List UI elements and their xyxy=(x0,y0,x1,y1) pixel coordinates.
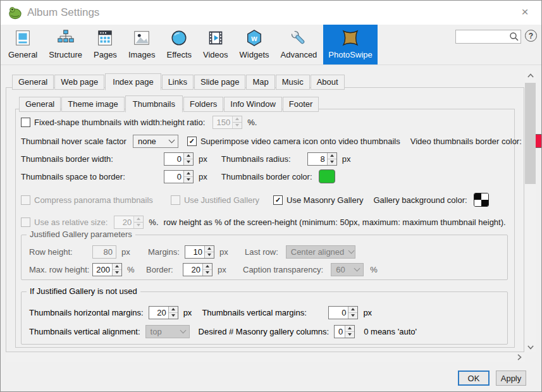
toolbar-item-label: Widgets xyxy=(240,50,269,59)
thumb-border-color-label: Thumbnails border color: xyxy=(221,172,312,181)
apply-button[interactable]: Apply xyxy=(496,371,526,386)
chevron-down-icon xyxy=(348,248,355,254)
justified-gallery-group: Justified Gallery parameters Row height:… xyxy=(21,235,508,280)
spinner-up-button[interactable] xyxy=(328,153,336,159)
spinner-down-button[interactable] xyxy=(184,176,193,183)
scroll-up-button[interactable] xyxy=(525,70,536,80)
ok-button[interactable]: OK xyxy=(458,371,490,386)
videos-icon xyxy=(205,27,226,49)
relative-size-spinner[interactable]: 20 xyxy=(114,216,144,229)
gallery-bg-color-label: Gallery background color: xyxy=(373,195,467,205)
help-button[interactable]: ? xyxy=(525,30,537,42)
tab-map[interactable]: Map xyxy=(246,75,274,90)
spinner-up-button[interactable] xyxy=(134,216,143,222)
masonry-cols-spinner[interactable]: 0 xyxy=(334,325,355,338)
spinner-down-button[interactable] xyxy=(328,159,336,165)
row-height-input[interactable]: 80 xyxy=(92,245,116,259)
gallery-bg-color-swatch[interactable] xyxy=(474,193,489,207)
close-icon[interactable] xyxy=(519,6,531,18)
toolbar-item-pages[interactable]: Pages xyxy=(89,25,122,64)
chevron-down-icon xyxy=(180,328,186,334)
vertical-scrollbar-thumb[interactable] xyxy=(525,83,536,184)
toolbar-item-general[interactable]: General xyxy=(3,25,42,64)
tab-footer[interactable]: Footer xyxy=(283,97,319,112)
tab-music[interactable]: Music xyxy=(276,75,310,90)
index-page-panel: General Theme image Thumbnails Folders I… xyxy=(6,87,524,352)
spinner-down-button[interactable] xyxy=(233,122,242,128)
spinner-up-button[interactable] xyxy=(205,246,214,252)
tab-thumbnails[interactable]: Thumbnails xyxy=(125,95,183,113)
margins-spinner[interactable]: 10 xyxy=(185,245,214,259)
last-row-select[interactable]: Center aligned xyxy=(286,245,355,259)
horizontal-scrollbar[interactable] xyxy=(6,352,525,362)
spinner-value: 0 xyxy=(164,171,183,183)
spinner-down-button[interactable] xyxy=(169,312,178,319)
toolbar-item-effects[interactable]: Effects xyxy=(162,25,197,64)
scroll-right-button[interactable] xyxy=(514,352,525,362)
border-width-unit: px xyxy=(199,154,207,164)
spinner-down-button[interactable] xyxy=(203,269,212,276)
compress-panorama-label: Compress panorama thumbnails xyxy=(34,195,153,205)
spinner-up-button[interactable] xyxy=(184,153,193,159)
toolbar-item-structure[interactable]: Structure xyxy=(44,25,87,64)
use-masonry-checkbox[interactable] xyxy=(273,195,283,205)
toolbar-item-videos[interactable]: Videos xyxy=(198,25,233,64)
chevron-up-icon xyxy=(527,73,534,78)
thumb-border-color-swatch[interactable] xyxy=(319,169,335,183)
general-icon xyxy=(12,27,34,49)
tab-index-page[interactable]: Index page xyxy=(105,73,161,90)
jg-border-spinner[interactable]: 20 xyxy=(183,263,212,276)
hover-scale-select[interactable]: none xyxy=(133,135,178,148)
h-margins-spinner[interactable]: 20 xyxy=(149,306,178,319)
toolbar-item-label: Effects xyxy=(167,50,192,59)
v-align-select[interactable]: top xyxy=(145,325,190,338)
tab-slide-page[interactable]: Slide page xyxy=(194,75,245,90)
toolbar-item-widgets[interactable]: w Widgets xyxy=(235,25,274,64)
combo-value: Center aligned xyxy=(291,247,345,257)
toolbar-item-photoswipe[interactable]: PhotoSwipe xyxy=(323,25,377,64)
toolbar-item-advanced[interactable]: Advanced xyxy=(276,25,323,64)
vertical-scrollbar[interactable] xyxy=(525,70,536,352)
radius-spinner[interactable]: 8 xyxy=(307,152,337,166)
spinner-down-button[interactable] xyxy=(113,269,121,276)
caption-transparency-unit: % xyxy=(370,265,378,274)
spinner-up-button[interactable] xyxy=(233,116,242,122)
spinner-down-button[interactable] xyxy=(205,252,214,258)
tab-about[interactable]: About xyxy=(311,75,345,90)
tab-links[interactable]: Links xyxy=(162,75,194,90)
hover-scale-label: Thumbnail hover scale factor xyxy=(21,137,126,146)
space-border-unit: px xyxy=(199,172,207,181)
relative-size-checkbox[interactable] xyxy=(21,217,30,227)
spinner-down-button[interactable] xyxy=(184,159,193,165)
compress-panorama-checkbox[interactable] xyxy=(21,195,30,205)
tab-folders[interactable]: Folders xyxy=(183,97,223,112)
v-margins-spinner[interactable]: 0 xyxy=(328,306,358,319)
spinner-down-button[interactable] xyxy=(348,312,357,319)
tab-general[interactable]: General xyxy=(12,75,54,90)
spinner-down-button[interactable] xyxy=(134,222,143,228)
tab-web-page[interactable]: Web page xyxy=(54,75,104,90)
search-box xyxy=(455,30,521,44)
scroll-down-button[interactable] xyxy=(525,342,536,352)
toolbar-item-images[interactable]: Images xyxy=(123,25,161,64)
spinner-up-button[interactable] xyxy=(348,307,357,312)
tab-theme-image[interactable]: Theme image xyxy=(61,97,124,112)
space-border-spinner[interactable]: 0 xyxy=(164,170,194,183)
njg-row-1: Thumbnails horizontal margins: 20 px Thu… xyxy=(29,305,372,320)
use-justified-checkbox[interactable] xyxy=(171,195,180,205)
border-width-spinner[interactable]: 0 xyxy=(164,152,194,166)
spinner-up-button[interactable] xyxy=(345,326,354,331)
tab-general-inner[interactable]: General xyxy=(19,97,61,112)
fixed-shape-ratio-spinner[interactable]: 150 xyxy=(212,116,242,129)
fixed-shape-checkbox[interactable] xyxy=(21,118,30,127)
caption-transparency-select[interactable]: 60 xyxy=(331,263,364,276)
search-input[interactable] xyxy=(456,31,509,42)
max-row-height-spinner[interactable]: 200 xyxy=(92,263,122,276)
tab-info-window[interactable]: Info Window xyxy=(224,97,282,112)
spinner-up-button[interactable] xyxy=(184,171,193,176)
spinner-up-button[interactable] xyxy=(203,264,212,269)
spinner-down-button[interactable] xyxy=(345,331,354,338)
superimpose-checkbox[interactable] xyxy=(187,137,197,146)
spinner-up-button[interactable] xyxy=(113,264,121,269)
spinner-up-button[interactable] xyxy=(169,307,178,312)
